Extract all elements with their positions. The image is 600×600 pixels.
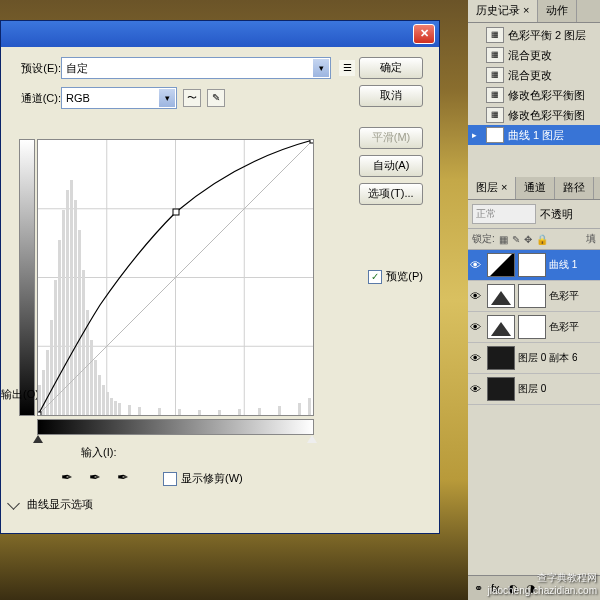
history-tabs: 历史记录 × 动作 bbox=[468, 0, 600, 23]
layer-item[interactable]: 👁 图层 0 bbox=[468, 374, 600, 405]
tab-paths[interactable]: 路径 bbox=[555, 177, 594, 199]
svg-rect-11 bbox=[58, 240, 61, 415]
preset-combo[interactable]: 自定 ▾ bbox=[61, 57, 331, 79]
auto-button[interactable]: 自动(A) bbox=[359, 155, 423, 177]
svg-rect-22 bbox=[102, 385, 105, 415]
smooth-button: 平滑(M) bbox=[359, 127, 423, 149]
curve-options-toggle[interactable]: 曲线显示选项 bbox=[9, 497, 93, 512]
svg-rect-19 bbox=[90, 340, 93, 415]
visibility-icon[interactable]: 👁 bbox=[470, 259, 484, 271]
visibility-icon[interactable]: 👁 bbox=[470, 290, 484, 302]
svg-rect-30 bbox=[178, 409, 181, 415]
layer-thumb[interactable] bbox=[487, 346, 515, 370]
visibility-icon[interactable]: 👁 bbox=[470, 352, 484, 364]
channel-label: 通道(C): bbox=[13, 91, 61, 106]
svg-rect-29 bbox=[158, 408, 161, 415]
svg-rect-36 bbox=[298, 403, 301, 415]
pencil-tool-icon[interactable]: ✎ bbox=[207, 89, 225, 107]
svg-rect-16 bbox=[78, 230, 81, 415]
visibility-icon[interactable]: 👁 bbox=[470, 321, 484, 333]
curve-tool-icon[interactable]: 〜 bbox=[183, 89, 201, 107]
lock-all-icon[interactable]: 🔒 bbox=[536, 234, 548, 245]
svg-rect-13 bbox=[66, 190, 69, 415]
lock-move-icon[interactable]: ✥ bbox=[524, 234, 532, 245]
lock-transparent-icon[interactable]: ▦ bbox=[499, 234, 508, 245]
layer-thumb[interactable] bbox=[487, 284, 515, 308]
channel-value: RGB bbox=[66, 92, 90, 104]
layer-item[interactable]: 👁 曲线 1 bbox=[468, 250, 600, 281]
tab-channels[interactable]: 通道 bbox=[516, 177, 555, 199]
title-bar[interactable]: ✕ bbox=[1, 21, 439, 47]
eyedropper-tools: ✒ ✒ ✒ bbox=[61, 469, 135, 487]
curves-dialog: ✕ 预设(E): 自定 ▾ ☰ 通道(C): RGB ▾ 〜 ✎ 输出(O): bbox=[0, 20, 440, 534]
ok-button[interactable]: 确定 bbox=[359, 57, 423, 79]
layer-mask[interactable] bbox=[518, 253, 546, 277]
svg-rect-25 bbox=[114, 401, 117, 415]
svg-rect-24 bbox=[110, 398, 113, 415]
svg-rect-40 bbox=[173, 209, 179, 215]
blend-mode-combo[interactable]: 正常 bbox=[472, 204, 536, 224]
check-icon: ✓ bbox=[368, 270, 382, 284]
svg-rect-28 bbox=[138, 407, 141, 415]
layer-thumb[interactable] bbox=[487, 377, 515, 401]
svg-rect-15 bbox=[74, 200, 77, 415]
input-label: 输入(I): bbox=[81, 445, 116, 460]
show-clipping-checkbox[interactable]: 显示修剪(W) bbox=[163, 471, 243, 486]
history-item[interactable]: ▦混合更改 bbox=[468, 45, 600, 65]
white-point-slider[interactable] bbox=[307, 435, 317, 443]
tab-actions[interactable]: 动作 bbox=[538, 0, 577, 22]
preview-label: 预览(P) bbox=[386, 269, 423, 284]
layers-header: 正常 不透明 bbox=[468, 200, 600, 229]
tab-layers[interactable]: 图层 × bbox=[468, 177, 516, 199]
dialog-buttons: 确定 取消 平滑(M) 自动(A) 选项(T)... bbox=[359, 57, 425, 211]
svg-rect-20 bbox=[94, 360, 97, 415]
layer-thumb[interactable] bbox=[487, 315, 515, 339]
svg-rect-10 bbox=[54, 280, 57, 415]
svg-rect-32 bbox=[218, 410, 221, 415]
svg-rect-17 bbox=[82, 270, 85, 415]
chevron-down-icon: ▾ bbox=[159, 89, 175, 107]
close-icon[interactable]: ✕ bbox=[413, 24, 435, 44]
preset-value: 自定 bbox=[66, 61, 88, 76]
layer-thumb[interactable] bbox=[487, 253, 515, 277]
layer-list: 👁 曲线 1 👁 色彩平 👁 色彩平 👁 图层 0 副本 6 👁 图层 0 bbox=[468, 250, 600, 405]
output-label: 输出(O): bbox=[1, 387, 42, 402]
visibility-icon[interactable]: 👁 bbox=[470, 383, 484, 395]
input-gradient bbox=[37, 419, 314, 435]
svg-rect-31 bbox=[198, 410, 201, 415]
cancel-button[interactable]: 取消 bbox=[359, 85, 423, 107]
lock-brush-icon[interactable]: ✎ bbox=[512, 234, 520, 245]
layer-mask[interactable] bbox=[518, 315, 546, 339]
preview-checkbox[interactable]: ✓ 预览(P) bbox=[368, 269, 423, 284]
curve-graph[interactable] bbox=[37, 139, 314, 416]
chevron-right-icon bbox=[7, 497, 20, 510]
svg-rect-37 bbox=[308, 398, 311, 415]
options-button[interactable]: 选项(T)... bbox=[359, 183, 423, 205]
tab-history[interactable]: 历史记录 × bbox=[468, 0, 538, 22]
lock-row: 锁定: ▦ ✎ ✥ 🔒 填 bbox=[468, 229, 600, 250]
history-item[interactable]: ▦修改色彩平衡图 bbox=[468, 85, 600, 105]
black-point-slider[interactable] bbox=[33, 435, 43, 443]
svg-rect-27 bbox=[128, 405, 131, 415]
watermark: 查字典教程网 jiaocheng.chazidian.com bbox=[487, 571, 597, 597]
history-item[interactable]: ▸▦曲线 1 图层 bbox=[468, 125, 600, 145]
white-eyedropper-icon[interactable]: ✒ bbox=[117, 469, 135, 487]
layer-mask[interactable] bbox=[518, 284, 546, 308]
layer-item[interactable]: 👁 图层 0 副本 6 bbox=[468, 343, 600, 374]
history-item[interactable]: ▦修改色彩平衡图 bbox=[468, 105, 600, 125]
black-eyedropper-icon[interactable]: ✒ bbox=[61, 469, 79, 487]
history-item[interactable]: ▦混合更改 bbox=[468, 65, 600, 85]
link-icon[interactable]: ⚭ bbox=[474, 582, 483, 595]
chevron-down-icon: ▾ bbox=[313, 59, 329, 77]
preset-menu-icon[interactable]: ☰ bbox=[339, 60, 355, 76]
svg-rect-33 bbox=[238, 409, 241, 415]
layer-item[interactable]: 👁 色彩平 bbox=[468, 312, 600, 343]
opacity-label: 不透明 bbox=[540, 207, 573, 222]
layer-item[interactable]: 👁 色彩平 bbox=[468, 281, 600, 312]
svg-rect-34 bbox=[258, 408, 261, 415]
layers-tabs: 图层 × 通道 路径 bbox=[468, 177, 600, 200]
history-item[interactable]: ▦色彩平衡 2 图层 bbox=[468, 25, 600, 45]
channel-combo[interactable]: RGB ▾ bbox=[61, 87, 177, 109]
gray-eyedropper-icon[interactable]: ✒ bbox=[89, 469, 107, 487]
svg-rect-35 bbox=[278, 406, 281, 415]
